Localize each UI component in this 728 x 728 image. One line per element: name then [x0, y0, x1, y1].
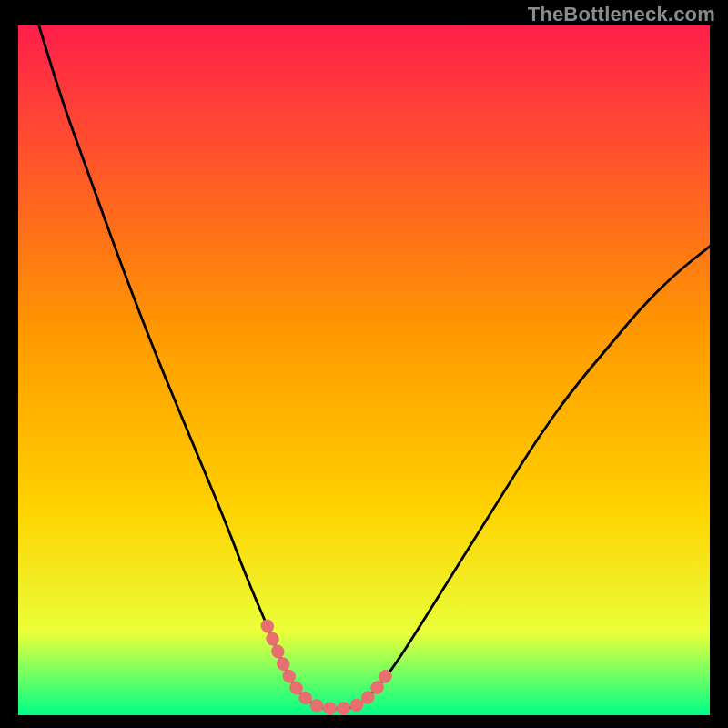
bottleneck-chart [0, 0, 728, 728]
watermark-text: TheBottleneck.com [528, 3, 715, 26]
chart-frame: { "watermark": "TheBottleneck.com", "col… [0, 0, 728, 728]
plot-background [18, 25, 710, 715]
